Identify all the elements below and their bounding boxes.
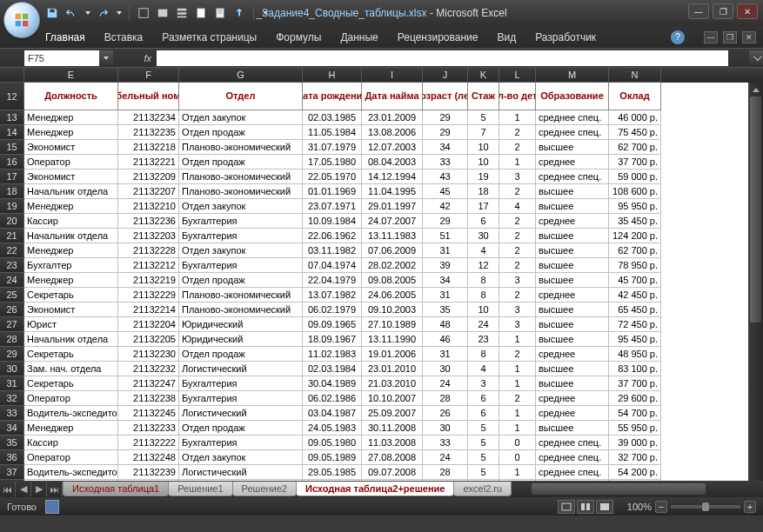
cell[interactable]: Секретарь xyxy=(24,288,118,303)
table-header-cell[interactable]: Табельный номер xyxy=(118,83,179,110)
cell[interactable]: 23 xyxy=(468,332,499,347)
cell[interactable]: 09.08.2005 xyxy=(362,273,423,288)
cell[interactable]: 21132230 xyxy=(118,347,179,362)
cell[interactable]: среднее xyxy=(536,347,609,362)
table-header-cell[interactable]: Дата рождения xyxy=(303,83,362,110)
workbook-restore-button[interactable]: ❐ xyxy=(723,31,737,43)
cell[interactable]: высшее xyxy=(536,184,609,199)
vertical-scroll-thumb[interactable] xyxy=(750,96,761,323)
cell[interactable]: среднее xyxy=(536,391,609,406)
cell[interactable]: Экономист xyxy=(24,140,118,155)
ribbon-tab[interactable]: Рецензирование xyxy=(396,28,480,47)
cell[interactable]: 2 xyxy=(499,391,536,406)
cell[interactable]: Бухгалтерия xyxy=(179,391,303,406)
table-header-cell[interactable]: Дата найма xyxy=(362,83,423,110)
cell[interactable]: Оператор xyxy=(24,391,118,406)
sheet-tab[interactable]: Исходная таблица1 xyxy=(63,482,169,496)
cell[interactable]: среднее xyxy=(536,406,609,421)
formula-input[interactable] xyxy=(157,50,728,66)
cell[interactable]: 6 xyxy=(468,391,499,406)
cell[interactable]: 8 xyxy=(468,347,499,362)
cell[interactable]: 12.07.2003 xyxy=(362,140,423,155)
cell[interactable]: 22.04.1979 xyxy=(303,273,362,288)
cell[interactable]: 21132214 xyxy=(118,303,179,317)
ribbon-tab[interactable]: Вид xyxy=(495,28,518,47)
cell[interactable]: 43 xyxy=(423,170,468,184)
cell[interactable]: 27.10.1989 xyxy=(362,317,423,332)
cell[interactable]: 07.06.2009 xyxy=(362,243,423,258)
row-header[interactable]: 35 xyxy=(0,436,24,450)
cell[interactable]: 21132238 xyxy=(118,391,179,406)
row-header[interactable]: 26 xyxy=(0,303,24,317)
cell[interactable]: 24 xyxy=(423,450,468,465)
cell[interactable]: 124 200 р. xyxy=(609,229,661,243)
cell[interactable]: 2 xyxy=(499,288,536,303)
cell[interactable]: 28 xyxy=(423,391,468,406)
cell[interactable]: Кассир xyxy=(24,214,118,229)
cell[interactable]: Начальник отдела xyxy=(24,229,118,243)
cell[interactable]: Отдел продаж xyxy=(179,273,303,288)
cell[interactable]: 21132236 xyxy=(118,214,179,229)
cell[interactable]: 10 xyxy=(468,303,499,317)
cell[interactable]: 42 xyxy=(423,199,468,214)
zoom-in-button[interactable]: + xyxy=(744,501,756,513)
row-header[interactable]: 17 xyxy=(0,170,24,184)
cell[interactable]: 8 xyxy=(468,288,499,303)
horizontal-scrollbar[interactable] xyxy=(518,482,748,495)
cell[interactable]: 2 xyxy=(499,125,536,140)
cell[interactable]: 5 xyxy=(468,110,499,125)
cell[interactable]: 06.02.1986 xyxy=(303,391,362,406)
cell[interactable]: 37 700 р. xyxy=(609,155,661,170)
row-header[interactable]: 30 xyxy=(0,362,24,376)
cell[interactable]: 21132233 xyxy=(118,421,179,436)
cell[interactable]: Планово-экономический xyxy=(179,303,303,317)
cell[interactable]: Отдел продаж xyxy=(179,125,303,140)
row-header[interactable]: 37 xyxy=(0,465,24,480)
cell[interactable]: 1 xyxy=(499,362,536,376)
cell[interactable]: 48 xyxy=(423,317,468,332)
cell[interactable]: 5 xyxy=(468,436,499,450)
tab-nav-last-icon[interactable]: ⏭ xyxy=(47,482,63,496)
cell[interactable]: 21132209 xyxy=(118,170,179,184)
cell[interactable]: 31.07.1979 xyxy=(303,140,362,155)
cell[interactable]: 7 xyxy=(468,125,499,140)
cell[interactable]: 29.01.1997 xyxy=(362,199,423,214)
cell[interactable]: 3 xyxy=(499,170,536,184)
cell[interactable]: 32 700 р. xyxy=(609,450,661,465)
cell[interactable]: 28 xyxy=(423,465,468,480)
cell[interactable]: Оператор xyxy=(24,155,118,170)
cell[interactable]: 2 xyxy=(499,347,536,362)
horizontal-scroll-thumb[interactable] xyxy=(532,483,706,495)
cell[interactable]: 65 450 р. xyxy=(609,303,661,317)
redo-dropdown-icon[interactable] xyxy=(117,11,122,15)
cell[interactable]: 29 600 р. xyxy=(609,391,661,406)
row-header[interactable]: 33 xyxy=(0,406,24,421)
column-header[interactable]: M xyxy=(536,68,609,83)
cell[interactable]: 33 xyxy=(423,155,468,170)
cell[interactable]: 21132229 xyxy=(118,288,179,303)
cell[interactable]: 09.07.2008 xyxy=(362,465,423,480)
tab-nav-prev-icon[interactable]: ◀ xyxy=(16,482,31,496)
select-all-corner[interactable] xyxy=(0,68,24,83)
row-header[interactable]: 18 xyxy=(0,184,24,199)
cell[interactable]: 1 xyxy=(499,421,536,436)
cell[interactable]: Юридический xyxy=(179,317,303,332)
row-header[interactable]: 16 xyxy=(0,155,24,170)
cell[interactable]: высшее xyxy=(536,140,609,155)
cell[interactable]: высшее xyxy=(536,317,609,332)
cell[interactable]: 5 xyxy=(468,465,499,480)
cell[interactable]: 24 xyxy=(423,376,468,391)
column-header[interactable]: K xyxy=(468,68,499,83)
workbook-close-button[interactable]: ✕ xyxy=(742,31,756,43)
column-header[interactable]: G xyxy=(179,68,303,83)
cell[interactable]: 26 xyxy=(423,406,468,421)
cell[interactable]: Планово-экономический xyxy=(179,184,303,199)
cell[interactable]: высшее xyxy=(536,421,609,436)
row-header[interactable]: 21 xyxy=(0,229,24,243)
column-header[interactable]: I xyxy=(362,68,423,83)
cell[interactable]: 11.05.1984 xyxy=(303,125,362,140)
cell[interactable]: 09.10.2003 xyxy=(362,303,423,317)
cell[interactable]: Отдел закупок xyxy=(179,450,303,465)
help-icon[interactable]: ? xyxy=(671,30,685,44)
cell[interactable]: 31 xyxy=(423,243,468,258)
